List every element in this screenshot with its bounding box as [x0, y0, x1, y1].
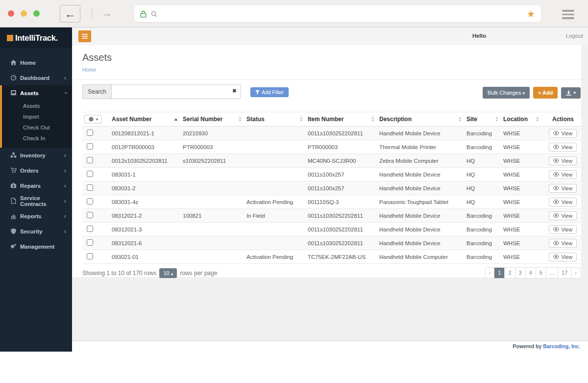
eye-icon [553, 213, 559, 218]
cell-item-number: PTR000003 [308, 140, 379, 154]
cell-status [246, 127, 308, 140]
logout-link[interactable]: Logout [566, 33, 583, 39]
column-header-serial-number[interactable]: Serial Number [183, 112, 246, 127]
sidebar-subitem-check-out[interactable]: Check Out [2, 122, 72, 133]
sidebar-subitem-assets[interactable]: Assets [2, 101, 72, 111]
view-button[interactable]: View [549, 198, 577, 206]
page-size-dropdown[interactable]: 10 ▴ [159, 268, 177, 278]
view-button[interactable]: View [549, 225, 577, 234]
sidebar-item-home[interactable]: Home [0, 55, 72, 70]
row-checkbox[interactable] [87, 157, 93, 163]
address-bar[interactable]: ★ [134, 5, 541, 22]
row-checkbox[interactable] [87, 239, 93, 246]
barcoding-link[interactable]: Barcoding, Inc. [543, 343, 580, 349]
sidebar-item-management[interactable]: Management [0, 239, 72, 254]
row-checkbox[interactable] [87, 253, 93, 259]
row-checkbox[interactable] [87, 171, 93, 177]
sidebar-item-reports[interactable]: Reports ‹ [0, 208, 72, 224]
row-checkbox[interactable] [87, 184, 93, 191]
cell-site: HQ [466, 181, 503, 195]
eye-icon [553, 227, 559, 231]
table-row: 0012s1030252202811 s1030252202811 MC40N0… [82, 154, 581, 168]
pagination-page-4[interactable]: 4 [525, 268, 536, 278]
cell-item-number: 0011s1030252202811 [308, 127, 379, 140]
pagination-page-1[interactable]: 1 [494, 268, 504, 278]
app-footer: Powered by Barcoding, Inc. [72, 341, 588, 352]
bookmark-star-icon[interactable]: ★ [527, 9, 535, 19]
add-button[interactable]: + Add [533, 87, 558, 99]
column-header-description[interactable]: Description [379, 112, 466, 127]
back-button[interactable]: ← [60, 5, 80, 23]
column-header-status[interactable]: Status [246, 112, 308, 127]
cell-item-number: TC75EK-2MF22AB-US [308, 250, 379, 264]
page-header: Assets Home [72, 45, 581, 80]
column-header-item-number[interactable]: Item Number [308, 112, 379, 127]
cell-asset-number: 08312021-2 [112, 209, 183, 223]
shield-icon [9, 228, 18, 234]
sidebar-item-assets[interactable]: Assets ‹ [2, 85, 72, 101]
column-header-site[interactable]: Site [466, 112, 503, 127]
pagination-page-5[interactable]: 5 [536, 268, 546, 278]
cell-status: In Field [246, 209, 308, 223]
view-button[interactable]: View [549, 239, 577, 248]
pagination-page-2[interactable]: 2 [504, 268, 514, 278]
cell-asset-number: 08312021-6 [112, 236, 183, 250]
clear-search-icon[interactable]: ✖ [232, 88, 237, 94]
sidebar-toggle-button[interactable] [78, 30, 91, 42]
column-settings-button[interactable]: ▾ [84, 115, 102, 124]
cell-status [246, 223, 308, 236]
window-controls [8, 10, 40, 17]
cell-site: HQ [466, 195, 503, 209]
minimize-window-icon[interactable] [21, 10, 27, 17]
cell-asset-number: 083031-1 [112, 168, 183, 181]
forward-button[interactable]: → [101, 6, 112, 20]
row-checkbox[interactable] [87, 212, 93, 218]
pagination-page-3[interactable]: 3 [515, 268, 525, 278]
search-input[interactable] [111, 84, 241, 99]
view-button[interactable]: View [549, 143, 577, 152]
row-checkbox[interactable] [87, 226, 93, 232]
browser-window: ← → ★ IntelliTrack. [0, 0, 588, 383]
row-checkbox[interactable] [87, 129, 93, 136]
view-button[interactable]: View [549, 129, 577, 138]
sidebar-item-dashboard[interactable]: Dashboard ‹ [0, 70, 72, 85]
sidebar-item-repairs[interactable]: Repairs ‹ [0, 178, 72, 193]
pagination-prev[interactable]: ‹ [486, 268, 494, 278]
search-icon [151, 11, 157, 17]
column-header-location[interactable]: Location [503, 112, 544, 127]
view-button[interactable]: View [549, 184, 577, 193]
add-filter-button[interactable]: Add Filter [250, 87, 289, 97]
sidebar-item-inventory[interactable]: Inventory ‹ [0, 148, 72, 163]
sidebar-item-security[interactable]: Security ‹ [0, 224, 72, 239]
maximize-window-icon[interactable] [33, 10, 40, 17]
powered-by-text: Powered by [513, 343, 541, 349]
sidebar-subitem-import[interactable]: Import [2, 111, 72, 122]
view-button[interactable]: View [549, 211, 577, 220]
export-button[interactable]: ▾ [561, 87, 581, 99]
close-window-icon[interactable] [8, 10, 14, 17]
page-title: Assets [82, 52, 581, 63]
cell-location: WHSE [503, 250, 544, 264]
sidebar-item-service-contracts[interactable]: Service Contracts ‹ [0, 193, 72, 208]
sidebar-subitem-check-in[interactable]: Check In [2, 133, 72, 144]
breadcrumb-home-link[interactable]: Home [82, 67, 96, 73]
view-button[interactable]: View [549, 170, 577, 179]
view-button[interactable]: View [549, 156, 577, 165]
sidebar-item-orders[interactable]: Orders ‹ [0, 163, 72, 178]
cell-site: Barcoding [466, 140, 503, 154]
sort-both-icon [300, 117, 303, 122]
column-header-asset-number[interactable]: Asset Number [112, 112, 183, 127]
view-button[interactable]: View [549, 253, 577, 261]
browser-menu-icon[interactable] [562, 10, 574, 19]
row-checkbox[interactable] [87, 143, 93, 150]
row-checkbox[interactable] [87, 198, 93, 204]
assets-icon [9, 90, 18, 96]
pagination-page-17[interactable]: 17 [558, 268, 571, 278]
row-count-summary: Showing 1 to 10 of 170 rows [82, 270, 156, 277]
search-label: Search [82, 84, 111, 99]
cell-location: WHSE [503, 127, 544, 140]
cell-site: Barcoding [466, 127, 503, 140]
pagination-next[interactable]: › [571, 268, 580, 278]
bulk-changes-button[interactable]: Bulk Changes ▾ [483, 87, 530, 99]
app-logo: IntelliTrack. [0, 27, 72, 48]
